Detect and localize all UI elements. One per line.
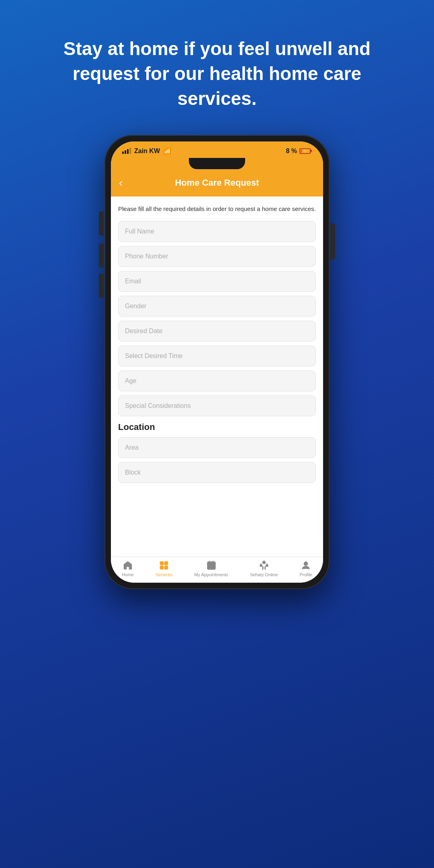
- gender-input[interactable]: Gender: [118, 296, 316, 317]
- page-headline: Stay at home if you feel unwell and requ…: [0, 36, 434, 111]
- nav-item-profile[interactable]: Profile: [300, 560, 312, 577]
- services-icon: [159, 560, 169, 571]
- sehaty-icon: [259, 560, 269, 571]
- home-nav-label: Home: [122, 572, 133, 577]
- phone-screen: Zain KW 📶 8 % ⚡ ‹ Home Care Request: [111, 141, 323, 583]
- area-input[interactable]: Area: [118, 437, 316, 458]
- svg-rect-0: [160, 562, 164, 565]
- status-right: 8 % ⚡: [286, 147, 312, 155]
- svg-rect-3: [164, 566, 168, 569]
- svg-rect-2: [160, 566, 164, 569]
- carrier-label: Zain KW: [134, 147, 160, 155]
- desired-date-input[interactable]: Desired Date: [118, 321, 316, 342]
- form-scroll-area[interactable]: Please fill all the required details in …: [111, 197, 323, 557]
- form-description: Please fill all the required details in …: [118, 205, 316, 214]
- svg-point-5: [209, 566, 210, 567]
- nav-item-home[interactable]: Home: [122, 560, 133, 577]
- svg-point-8: [262, 561, 265, 564]
- block-input[interactable]: Block: [118, 462, 316, 483]
- app-bar: ‹ Home Care Request: [111, 172, 323, 197]
- appointments-nav-label: My Appointments: [194, 572, 228, 577]
- svg-point-7: [213, 566, 213, 567]
- full-name-input[interactable]: Full Name: [118, 221, 316, 242]
- battery-icon: ⚡: [299, 148, 312, 154]
- app-title: Home Care Request: [133, 178, 301, 188]
- sehaty-nav-label: Sehaty Online: [250, 572, 278, 577]
- status-bar: Zain KW 📶 8 % ⚡: [111, 141, 323, 158]
- back-button[interactable]: ‹: [119, 176, 133, 189]
- special-considerations-input[interactable]: Special Considerations: [118, 395, 316, 416]
- status-left: Zain KW 📶: [122, 147, 171, 155]
- signal-icon: [122, 148, 131, 154]
- svg-point-9: [304, 562, 308, 566]
- services-nav-label: Services: [156, 572, 172, 577]
- profile-nav-label: Profile: [300, 572, 312, 577]
- wifi-icon: 📶: [163, 147, 171, 155]
- notch: [111, 158, 323, 172]
- battery-percent: 8 %: [286, 147, 297, 155]
- phone-mockup: Zain KW 📶 8 % ⚡ ‹ Home Care Request: [104, 135, 330, 589]
- home-icon: [123, 560, 133, 571]
- email-input[interactable]: Email: [118, 271, 316, 292]
- svg-rect-1: [164, 562, 168, 565]
- svg-point-6: [211, 566, 212, 567]
- phone-number-input[interactable]: Phone Number: [118, 246, 316, 267]
- profile-icon: [301, 560, 311, 571]
- nav-item-services[interactable]: Services: [156, 560, 172, 577]
- appointments-icon: [206, 560, 217, 571]
- bottom-nav: Home Services: [111, 557, 323, 583]
- location-section-label: Location: [118, 422, 316, 432]
- nav-item-sehaty[interactable]: Sehaty Online: [250, 560, 278, 577]
- nav-item-appointments[interactable]: My Appointments: [194, 560, 228, 577]
- age-input[interactable]: Age: [118, 371, 316, 391]
- desired-time-input[interactable]: Select Desired Time: [118, 346, 316, 366]
